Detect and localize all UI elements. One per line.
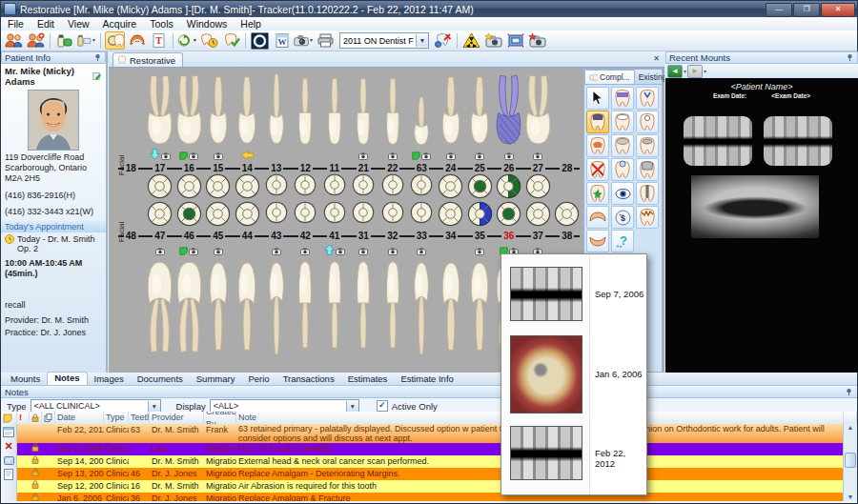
arch-icon[interactable]	[127, 31, 147, 50]
camera-marker-icon[interactable]	[421, 147, 431, 164]
camera-review-icon[interactable]	[527, 31, 547, 50]
occlusal-circle-25[interactable]	[465, 173, 495, 200]
camera-marker-icon[interactable]	[214, 242, 223, 259]
minimize-button[interactable]: —	[766, 3, 792, 17]
palette-post-icon[interactable]	[636, 182, 659, 205]
pin-icon[interactable]	[845, 388, 853, 396]
palette-crown-open-icon[interactable]	[611, 111, 634, 133]
previous-mount-dropdown[interactable]: ▾	[684, 68, 686, 74]
occlusal-circle-37[interactable]	[523, 201, 553, 228]
palette-fracture-icon[interactable]	[636, 206, 659, 229]
tooth-number-13[interactable]: 13	[262, 162, 292, 173]
tooth-45[interactable]	[204, 258, 234, 356]
occlusal-circle-44[interactable]	[233, 201, 262, 228]
palette-tab-compl[interactable]: Compl...	[584, 70, 635, 84]
camera-icon[interactable]	[294, 31, 314, 50]
tooth-number-11[interactable]: 11	[320, 162, 350, 173]
tooth-number-45[interactable]: 45	[204, 230, 234, 241]
note-marker-icon[interactable]	[179, 242, 188, 259]
palette-cursor-icon[interactable]	[586, 87, 609, 110]
camera-marker-icon[interactable]	[189, 147, 198, 164]
menu-windows[interactable]: Windows	[180, 18, 235, 30]
tooth-number-25[interactable]: 25	[465, 162, 495, 173]
tooth-number-42[interactable]: 42	[291, 230, 320, 241]
cyan-up-arrow-icon[interactable]	[324, 242, 335, 259]
tooth-12[interactable]	[291, 72, 320, 147]
tooth-number-47[interactable]: 47	[146, 230, 175, 241]
tooth-44[interactable]	[233, 258, 262, 356]
occlusal-circle-46[interactable]	[174, 201, 204, 228]
camera-marker-icon[interactable]	[358, 147, 368, 164]
palette-arch-lower-icon[interactable]	[586, 230, 609, 252]
palette-fee-icon[interactable]: $+	[611, 206, 634, 229]
column-header-provider[interactable]: Provider	[150, 412, 204, 424]
close-button[interactable]: ✕	[821, 3, 855, 17]
active-only-checkbox[interactable]: ✓	[377, 400, 388, 412]
occlusal-circle-24[interactable]	[437, 173, 466, 200]
camera-marker-icon[interactable]	[417, 242, 426, 259]
tooth-27[interactable]	[523, 72, 553, 147]
camera-marker-icon[interactable]	[300, 242, 310, 259]
tooth-16[interactable]	[174, 72, 204, 147]
occlusal-circle-22[interactable]	[378, 173, 408, 200]
cyan-down-arrow-icon[interactable]	[150, 147, 160, 164]
tooth-33[interactable]	[407, 258, 437, 356]
tooth-63[interactable]	[407, 72, 437, 147]
yellow-left-arrow-icon[interactable]	[241, 147, 254, 164]
occlusal-circle-38[interactable]	[553, 201, 582, 228]
occlusal-circle-47[interactable]	[146, 201, 175, 228]
pin-icon[interactable]	[846, 53, 854, 62]
tooth-number-38[interactable]: 38	[553, 230, 582, 241]
tooth-43[interactable]	[262, 258, 292, 356]
tooth-number-14[interactable]: 14	[233, 162, 262, 173]
bitewing-xray-left[interactable]	[684, 116, 752, 166]
note-marker-icon[interactable]	[179, 147, 188, 164]
occlusal-circle-31[interactable]	[349, 201, 378, 228]
radiation-icon[interactable]	[461, 31, 481, 50]
camera-marker-icon[interactable]	[475, 242, 484, 259]
tooth-41[interactable]	[320, 258, 350, 356]
palette-tab-existing[interactable]: Existing	[635, 70, 664, 84]
palette-implant-icon[interactable]	[611, 158, 634, 181]
tooth-15[interactable]	[204, 72, 234, 147]
panoramic-xray[interactable]	[691, 175, 819, 238]
camera-marker-icon[interactable]	[155, 242, 165, 259]
tooth-number-24[interactable]: 24	[437, 162, 466, 173]
column-header-type[interactable]: Type	[104, 412, 129, 424]
occlusal-circle-63[interactable]	[407, 173, 437, 200]
occlusal-circle-42[interactable]	[291, 201, 320, 228]
meds-icon[interactable]	[54, 31, 74, 50]
bitewing-xray-right[interactable]	[764, 116, 832, 166]
menu-acquire[interactable]: Acquire	[96, 18, 144, 30]
occlusal-circle-16[interactable]	[174, 173, 204, 200]
printer-icon[interactable]	[316, 31, 336, 50]
camera-marker-icon[interactable]	[189, 242, 198, 259]
tooth-number-12[interactable]: 12	[291, 162, 320, 173]
tooth-47[interactable]	[146, 258, 175, 356]
palette-watch-icon[interactable]	[611, 182, 634, 205]
camera-marker-icon[interactable]	[475, 147, 484, 164]
camera-marker-icon[interactable]	[446, 147, 456, 164]
tooth-number-41[interactable]: 41	[320, 230, 350, 241]
menu-tools[interactable]: Tools	[143, 18, 180, 30]
occlusal-circle-21[interactable]	[349, 173, 378, 200]
tooth-35[interactable]	[465, 258, 495, 356]
tooth-number-17[interactable]: 17	[146, 162, 175, 173]
occlusal-circle-35[interactable]	[465, 201, 495, 228]
occlusal-circle-36[interactable]	[495, 201, 524, 228]
history-thumbnail-photo[interactable]	[510, 335, 582, 413]
palette-crown-icon[interactable]	[586, 111, 609, 133]
tooth-number-34[interactable]: 34	[437, 230, 466, 241]
camera-marker-icon[interactable]	[336, 242, 345, 259]
tooth-number-33[interactable]: 33	[407, 230, 437, 241]
fee-schedule-select[interactable]: 2011 ON Dentist F▼	[339, 32, 429, 49]
camera-marker-icon[interactable]	[504, 147, 514, 164]
next-mount-button[interactable]: ►	[687, 65, 703, 78]
palette-crown-temp-icon[interactable]	[611, 134, 634, 157]
new-note-icon[interactable]	[3, 426, 15, 437]
note-row[interactable]: Sep 12, 2006Clinical16Dr. M. SmithMigrat…	[17, 480, 844, 493]
tooth-number-36[interactable]: 36	[495, 230, 524, 241]
occlusal-circle-41[interactable]	[320, 201, 350, 228]
occlusal-circle-15[interactable]	[204, 173, 234, 200]
scrollbar-thumb[interactable]	[845, 453, 856, 468]
